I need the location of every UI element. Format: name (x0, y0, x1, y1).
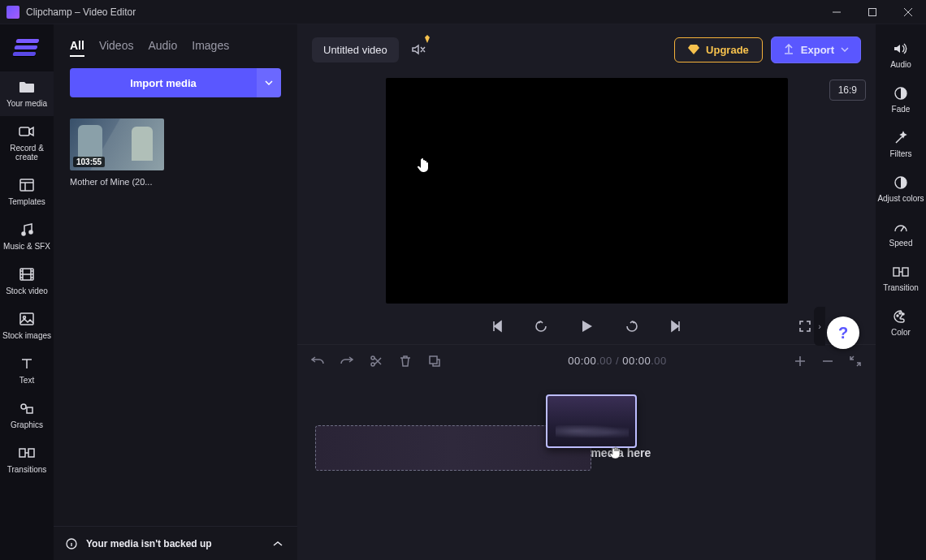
step-back-button[interactable] (532, 317, 550, 335)
rrail-transition[interactable]: Transition (876, 257, 926, 302)
svg-rect-21 (894, 268, 899, 276)
backup-banner[interactable]: Your media isn't backed up (54, 526, 297, 560)
top-toolbar: Untitled video Upgrade Export (297, 24, 876, 75)
rrail-speed[interactable]: Speed (876, 213, 926, 257)
window-title: Clipchamp – Video Editor (26, 6, 136, 18)
media-panel: All Videos Audio Images Import media 103… (54, 24, 297, 560)
rail-item-transitions[interactable]: Transitions (0, 437, 54, 482)
svg-rect-13 (19, 449, 25, 457)
rail-label: Stock video (6, 286, 48, 295)
skip-start-button[interactable] (488, 317, 506, 335)
tab-audio[interactable]: Audio (148, 39, 177, 57)
rail-item-stock-images[interactable]: Stock images (0, 304, 54, 348)
rail-label: Record & create (2, 144, 52, 162)
rail-item-record-create[interactable]: Record & create (0, 116, 54, 170)
svg-point-6 (22, 232, 25, 235)
svg-rect-14 (28, 449, 34, 457)
svg-point-24 (899, 312, 901, 314)
media-title: Mother of Mine (20... (70, 177, 164, 187)
maximize-button[interactable] (855, 0, 890, 24)
aspect-ratio-button[interactable]: 16:9 (829, 80, 866, 101)
timeline-tracks[interactable]: Drag & drop media here (297, 377, 876, 560)
rail-label: Text (19, 376, 34, 385)
svg-point-7 (29, 230, 32, 234)
rrail-audio[interactable]: Audio (876, 34, 926, 79)
rail-label: Graphics (11, 420, 43, 429)
play-button[interactable] (576, 316, 597, 337)
dragging-clip[interactable] (546, 394, 637, 448)
rrail-filters[interactable]: Filters (876, 123, 926, 168)
film-icon (18, 265, 36, 283)
contrast-icon (893, 174, 909, 191)
tab-all[interactable]: All (70, 39, 84, 57)
svg-rect-1 (15, 39, 39, 43)
close-button[interactable] (890, 0, 926, 24)
center-area: Untitled video Upgrade Export (297, 24, 876, 560)
video-preview[interactable] (386, 78, 788, 304)
info-icon (65, 537, 78, 550)
rail-item-music-sfx[interactable]: Music & SFX (0, 214, 54, 259)
svg-rect-22 (902, 268, 908, 276)
svg-point-16 (371, 363, 374, 366)
media-grid: 103:55 Mother of Mine (20... (54, 107, 297, 198)
split-button[interactable] (369, 354, 383, 368)
rrail-adjust-colors[interactable]: Adjust colors (876, 168, 926, 213)
duplicate-button[interactable] (427, 354, 442, 368)
transition-icon (893, 264, 909, 280)
fit-timeline-button[interactable] (848, 354, 863, 368)
collapse-right-rail-button[interactable]: › (814, 307, 825, 346)
media-thumbnail: 103:55 (70, 118, 164, 170)
rail-label: Transitions (7, 465, 47, 474)
rail-item-graphics[interactable]: Graphics (0, 393, 54, 437)
rail-item-your-media[interactable]: Your media (0, 71, 54, 116)
minimize-button[interactable] (819, 0, 855, 24)
rail-item-stock-video[interactable]: Stock video (0, 259, 54, 304)
wand-icon (893, 130, 909, 146)
rail-label: Your media (6, 99, 47, 108)
left-rail: Your media Record & create Templates Mus… (0, 24, 54, 560)
rail-item-templates[interactable]: Templates (0, 170, 54, 214)
rrail-fade[interactable]: Fade (876, 79, 926, 123)
fullscreen-button[interactable] (796, 317, 814, 335)
undo-button[interactable] (310, 354, 325, 368)
sound-off-icon[interactable] (410, 41, 426, 58)
media-duration: 103:55 (73, 157, 105, 167)
step-forward-button[interactable] (623, 317, 641, 335)
svg-rect-3 (12, 52, 36, 56)
rail-item-text[interactable]: Text (0, 348, 54, 393)
clipchamp-logo (11, 36, 43, 60)
svg-rect-2 (14, 45, 37, 50)
import-media-dropdown[interactable] (257, 68, 281, 97)
help-button[interactable]: ? (827, 317, 859, 349)
upload-icon (783, 44, 794, 55)
svg-rect-12 (27, 407, 32, 413)
svg-rect-4 (19, 127, 29, 136)
music-icon (18, 221, 36, 239)
media-item[interactable]: 103:55 Mother of Mine (20... (70, 118, 164, 187)
project-title-input[interactable]: Untitled video (312, 37, 399, 62)
zoom-in-button[interactable] (793, 354, 807, 368)
chevron-up-icon (271, 537, 284, 550)
right-rail: Audio Fade Filters Adjust colors Speed T… (876, 24, 926, 560)
rail-label: Templates (8, 197, 45, 206)
export-button[interactable]: Export (771, 37, 861, 63)
gauge-icon (893, 219, 909, 235)
tab-images[interactable]: Images (192, 39, 229, 57)
chevron-down-icon (265, 80, 273, 85)
rrail-color[interactable]: Color (876, 302, 926, 347)
upgrade-button[interactable]: Upgrade (674, 37, 763, 62)
svg-point-25 (902, 313, 904, 315)
timecode: 00:00.00 / 00:00.00 (457, 355, 778, 367)
tab-videos[interactable]: Videos (99, 39, 134, 57)
redo-button[interactable] (340, 354, 354, 368)
zoom-out-button[interactable] (820, 354, 835, 368)
folder-icon (18, 78, 36, 96)
skip-end-button[interactable] (667, 317, 685, 335)
import-media-button[interactable]: Import media (70, 68, 257, 97)
palette-icon (893, 308, 909, 325)
svg-rect-18 (430, 356, 437, 364)
svg-point-17 (371, 356, 374, 360)
shapes-icon (18, 399, 36, 417)
delete-button[interactable] (398, 354, 413, 368)
cursor-hand-icon (417, 157, 431, 174)
